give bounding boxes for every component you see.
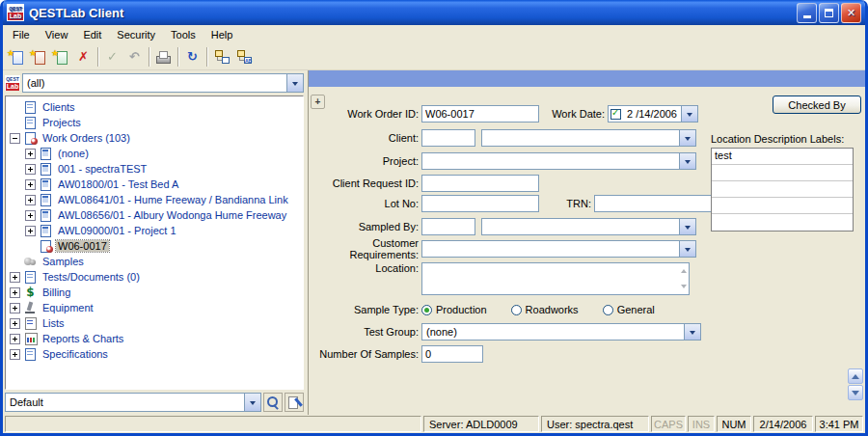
sample-type-option-production[interactable]: Production (421, 304, 487, 315)
expander-plus-icon[interactable] (10, 318, 20, 329)
tree-item-lists[interactable]: Lists (6, 315, 303, 331)
new-client-button[interactable] (6, 46, 28, 68)
tree-filter-dropdown-icon[interactable] (286, 74, 303, 92)
tree-item-reports-charts[interactable]: Reports & Charts (6, 331, 303, 346)
edit-view-button[interactable] (285, 393, 304, 412)
customer-requirements-combobox[interactable] (421, 240, 696, 258)
undo-button[interactable]: ↶ (123, 46, 146, 68)
trn-input[interactable] (594, 195, 712, 212)
search-button[interactable] (263, 393, 283, 412)
tree-item-001-spectratest[interactable]: 001 - spectraTEST (6, 161, 303, 177)
expander-plus-icon[interactable] (25, 164, 36, 175)
print-button[interactable] (152, 46, 175, 68)
tree-item-work-orders-103[interactable]: Work Orders (103) (6, 130, 303, 146)
expander-plus-icon[interactable] (25, 149, 36, 159)
location-label-row[interactable]: test (712, 149, 853, 165)
expander-plus-icon[interactable] (25, 179, 36, 190)
menu-item-file[interactable]: File (5, 26, 38, 43)
number-of-samples-input[interactable] (421, 345, 483, 363)
sampled-by-code-input[interactable] (421, 218, 475, 235)
tree-item-clients[interactable]: Clients (6, 99, 303, 115)
expander-plus-icon[interactable] (25, 210, 36, 221)
delete-button[interactable]: ✗ (72, 46, 95, 68)
tree-item-awl08641-01-hume-freeway-bandianna-link[interactable]: AWL08641/01 - Hume Freeway / Bandianna L… (6, 192, 303, 207)
expander-plus-icon[interactable] (25, 195, 36, 205)
expander-plus-icon[interactable] (10, 272, 20, 283)
work-date-picker[interactable]: 2 /14/2006 (608, 105, 698, 123)
tree-item-awl09000-01-project-1[interactable]: AWL09000/01 - Project 1 (6, 223, 303, 238)
sampled-by-dropdown-icon[interactable] (679, 219, 695, 234)
menu-item-security[interactable]: Security (109, 26, 163, 43)
close-button[interactable] (841, 3, 861, 23)
scroll-down-button[interactable] (848, 385, 863, 400)
expander-plus-icon[interactable] (10, 349, 20, 360)
location-textarea[interactable] (421, 262, 690, 295)
project-dropdown-icon[interactable] (679, 153, 695, 169)
new-project-button[interactable] (28, 46, 50, 68)
project-combobox[interactable] (421, 152, 696, 170)
location-label-row[interactable] (712, 198, 853, 214)
radio-roadworks-icon[interactable] (511, 305, 522, 315)
radio-general-icon[interactable] (603, 305, 613, 315)
maximize-button[interactable] (819, 3, 839, 23)
new-work-order-button[interactable] (50, 46, 72, 68)
view-profile-dropdown-icon[interactable] (244, 394, 260, 411)
tree-view-button[interactable] (210, 46, 232, 68)
scroll-up-button[interactable] (848, 368, 863, 384)
client-request-id-input[interactable] (421, 175, 539, 192)
test-group-dropdown-icon[interactable] (684, 324, 700, 340)
location-label-row[interactable] (712, 181, 853, 198)
expander-plus-icon[interactable] (10, 287, 20, 298)
title-bar[interactable]: QEST Lab QESTLab Client (3, 0, 865, 25)
apply-button[interactable]: ✓ (101, 46, 123, 68)
work-date-dropdown-icon[interactable] (681, 106, 697, 122)
tree-item-specifications[interactable]: Specifications (6, 346, 303, 362)
radio-production-icon[interactable] (421, 305, 432, 315)
location-label-row[interactable] (712, 165, 853, 181)
client-combobox[interactable] (481, 129, 696, 147)
location-scroll-up-icon[interactable] (681, 266, 687, 273)
tree-item-aw01800-01-test-bed-a[interactable]: AW01800/01 - Test Bed A (6, 177, 303, 192)
expander-plus-icon[interactable] (10, 334, 20, 344)
tree-item-none[interactable]: (none) (6, 146, 303, 161)
view-profile-combobox[interactable]: Default (5, 393, 261, 412)
tree-item-awl08656-01-albury-wodonga-hume-freeway[interactable]: AWL08656/01 - Albury Wodonga Hume Freewa… (6, 207, 303, 223)
tree-item-w06-0017[interactable]: W06-0017 (6, 238, 303, 254)
menu-item-help[interactable]: Help (203, 26, 241, 43)
client-request-id-label: Client Request ID: (314, 177, 419, 189)
tree-filter-combobox[interactable]: (all) (22, 73, 304, 93)
sampled-by-combobox[interactable] (481, 218, 696, 235)
menu-item-view[interactable]: View (38, 26, 76, 43)
sampled-by-label: Sampled By: (314, 221, 419, 232)
form-scrollbar[interactable] (848, 368, 864, 401)
work-order-id-input[interactable] (421, 105, 539, 123)
refresh-button[interactable]: ↻ (181, 46, 203, 68)
work-date-checkbox[interactable] (610, 109, 621, 120)
client-dropdown-icon[interactable] (679, 130, 695, 146)
customer-requirements-dropdown-icon[interactable] (679, 241, 695, 257)
expander-minus-icon[interactable] (10, 133, 20, 144)
location-scroll-down-icon[interactable] (681, 285, 687, 291)
tree-item-projects[interactable]: Projects (6, 115, 303, 130)
lot-no-input[interactable] (421, 195, 539, 212)
tree-item-equipment[interactable]: Equipment (6, 300, 303, 315)
client-code-input[interactable] (421, 129, 475, 147)
menu-item-edit[interactable]: Edit (75, 26, 109, 43)
sample-type-option-general[interactable]: General (603, 304, 655, 315)
work-order-icon (39, 208, 53, 222)
sample-type-option-roadworks[interactable]: Roadworks (511, 304, 579, 315)
tree-labels-button[interactable] (232, 46, 255, 68)
expander-plus-icon[interactable] (25, 226, 36, 236)
minimize-button[interactable] (797, 3, 817, 23)
expander-plus-icon[interactable] (10, 303, 20, 313)
navigation-tree[interactable]: ClientsProjectsWork Orders (103)(none)00… (5, 95, 304, 390)
tree-item-billing[interactable]: $Billing (6, 285, 303, 300)
test-group-combobox[interactable]: (none) (421, 323, 701, 341)
menu-item-tools[interactable]: Tools (163, 26, 203, 43)
lab-logo-icon: QEST Lab (5, 75, 20, 91)
tree-item-tests-documents-0[interactable]: Tests/Documents (0) (6, 269, 303, 285)
tree-item-samples[interactable]: Samples (6, 254, 303, 269)
expander-spacer (10, 118, 20, 128)
location-label-row[interactable] (712, 214, 853, 231)
sample-type-radio-group: ProductionRoadworksGeneral (421, 304, 679, 315)
